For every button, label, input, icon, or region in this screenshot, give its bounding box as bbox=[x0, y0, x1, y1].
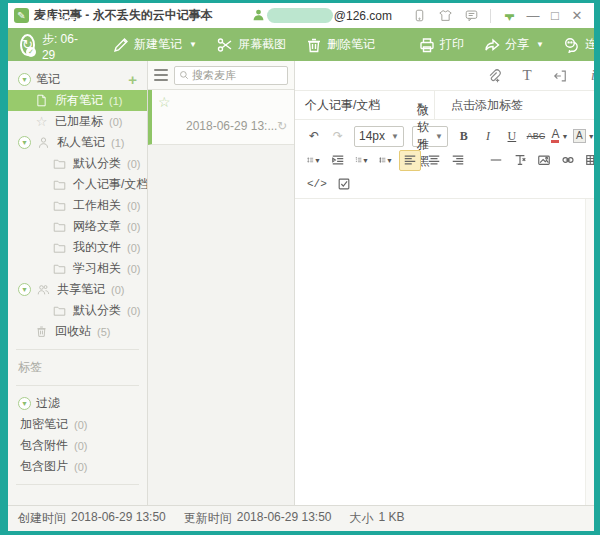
printer-icon bbox=[419, 37, 435, 53]
editor-scrollbar[interactable] bbox=[585, 199, 594, 505]
sidebar-item-recycle-bin[interactable]: 回收站(5) bbox=[8, 321, 147, 342]
share-button[interactable]: 分享▼ bbox=[474, 28, 554, 61]
sidebar-item-all-notes[interactable]: 所有笔记(1) bbox=[8, 90, 147, 111]
filter-with-attachments[interactable]: 包含附件(0) bbox=[8, 435, 147, 456]
sidebar-folder-personal-docs[interactable]: 个人记事/文档(1) bbox=[8, 174, 147, 195]
sidebar-folder-default-2[interactable]: 默认分类(0) bbox=[8, 300, 147, 321]
feedback-icon[interactable] bbox=[463, 8, 479, 24]
indent-button[interactable] bbox=[327, 150, 349, 171]
title-bar: ✎ 麦库记事 - 永不丢失的云中记事本 @126.com ▬▾ — □ ✕ bbox=[8, 3, 594, 28]
sidebar-item-shared-notes[interactable]: ▼ 共享笔记(0) bbox=[8, 279, 147, 300]
note-star-icon[interactable]: ☆ bbox=[158, 94, 171, 110]
bold-button[interactable]: B bbox=[453, 126, 475, 147]
undo-button[interactable]: ↶ bbox=[303, 126, 325, 147]
main-toolbar: ↻✓ 最后同步: 06-29 13:43 新建笔记▼ 屏幕截图 删除笔记 打印 … bbox=[8, 28, 594, 61]
underline-button[interactable]: U bbox=[501, 126, 523, 147]
new-note-icon bbox=[113, 37, 129, 53]
list-view-icon[interactable] bbox=[154, 69, 168, 81]
document-icon bbox=[34, 93, 49, 108]
note-title-input[interactable] bbox=[305, 68, 486, 84]
wechat-connect-button[interactable]: 连接微信 ⌄⌄ bbox=[554, 28, 600, 61]
filter-encrypted-notes[interactable]: 加密笔记(0) bbox=[8, 414, 147, 435]
italic-button[interactable]: I bbox=[477, 126, 499, 147]
collapse-icon[interactable]: ▼ bbox=[18, 283, 31, 296]
notes-header-label: 笔记 bbox=[36, 71, 60, 88]
folder-icon bbox=[52, 156, 67, 171]
minimize-button[interactable]: — bbox=[522, 7, 544, 25]
sidebar: ▼ 笔记 + 所有笔记(1) ☆ 已加星标(0) ▼ 私人笔记(1) 默认分类(… bbox=[8, 61, 148, 505]
sidebar-section-notes[interactable]: ▼ 笔记 + bbox=[8, 69, 147, 90]
delete-note-button[interactable]: 删除笔记 bbox=[296, 28, 385, 61]
clear-format-button[interactable] bbox=[509, 150, 531, 171]
close-button[interactable]: ✕ bbox=[566, 7, 588, 25]
maximize-button[interactable]: □ bbox=[544, 7, 566, 25]
collapse-icon[interactable]: ▼ bbox=[18, 397, 31, 410]
note-info-icon[interactable]: i bbox=[585, 68, 600, 84]
sidebar-item-starred[interactable]: ☆ 已加星标(0) bbox=[8, 111, 147, 132]
add-notebook-button[interactable]: + bbox=[128, 71, 137, 88]
insert-link-button[interactable] bbox=[557, 150, 579, 171]
tags-header-label: 标签 bbox=[18, 359, 42, 376]
filter-header-label: 过滤 bbox=[36, 395, 60, 412]
attach-file-icon[interactable] bbox=[486, 68, 502, 84]
note-sync-icon: ↻ bbox=[277, 119, 287, 133]
star-icon: ☆ bbox=[34, 114, 49, 129]
note-title: 2018-06-29 13:... bbox=[186, 119, 277, 133]
print-button[interactable]: 打印 bbox=[409, 28, 474, 61]
align-left-button[interactable] bbox=[399, 150, 421, 171]
folder-icon bbox=[52, 177, 67, 192]
strikethrough-button[interactable]: ABC bbox=[525, 126, 547, 147]
sidebar-section-filter[interactable]: ▼ 过滤 bbox=[8, 393, 147, 414]
note-editor: T i 个人记事/文档 ▼ 点击添加标签 ↶ ↷ 14px▼ 微软雅黑▼ bbox=[295, 61, 594, 505]
align-center-button[interactable] bbox=[423, 150, 445, 171]
skin-theme-icon[interactable] bbox=[437, 8, 453, 24]
search-box[interactable] bbox=[174, 66, 288, 85]
text-format-icon[interactable]: T bbox=[519, 68, 535, 84]
highlight-color-button[interactable]: A▼ bbox=[573, 126, 595, 147]
category-value: 个人记事/文档 bbox=[305, 97, 380, 114]
search-input[interactable] bbox=[192, 69, 283, 81]
filter-with-images[interactable]: 包含图片(0) bbox=[8, 456, 147, 477]
sidebar-folder-my-files[interactable]: 我的文件(0) bbox=[8, 237, 147, 258]
sidebar-folder-work[interactable]: 工作相关(0) bbox=[8, 195, 147, 216]
redo-button[interactable]: ↷ bbox=[327, 126, 349, 147]
new-note-button[interactable]: 新建笔记▼ bbox=[103, 28, 207, 61]
user-email[interactable]: @126.com bbox=[334, 9, 392, 23]
mobile-app-icon[interactable] bbox=[411, 8, 427, 24]
sidebar-section-tags[interactable]: 标签 bbox=[8, 357, 147, 378]
insert-table-button[interactable] bbox=[581, 150, 600, 171]
ordered-list-button[interactable]: ▼ bbox=[351, 150, 373, 171]
sync-icon: ↻✓ bbox=[20, 34, 35, 56]
folder-icon bbox=[52, 240, 67, 255]
category-dropdown[interactable]: 个人记事/文档 ▼ bbox=[295, 91, 435, 119]
insert-image-button[interactable] bbox=[533, 150, 555, 171]
code-block-button[interactable]: </> bbox=[303, 174, 331, 195]
line-height-button[interactable]: ▼ bbox=[303, 150, 325, 171]
created-time: 创建时间2018-06-29 13:50 bbox=[18, 510, 166, 527]
main-menu-icon[interactable]: ▬▾ bbox=[505, 12, 514, 20]
collapse-icon[interactable]: ▼ bbox=[18, 136, 31, 149]
horizontal-rule-button[interactable] bbox=[485, 150, 507, 171]
todo-checkbox-button[interactable] bbox=[333, 174, 355, 195]
pop-out-icon[interactable] bbox=[552, 68, 568, 84]
collapse-icon[interactable]: ▼ bbox=[18, 73, 31, 86]
updated-time: 更新时间2018-06-29 13:50 bbox=[184, 510, 332, 527]
add-tag-field[interactable]: 点击添加标签 bbox=[435, 97, 539, 114]
note-size: 大小1 KB bbox=[350, 510, 405, 527]
align-right-button[interactable] bbox=[447, 150, 469, 171]
sidebar-folder-web-articles[interactable]: 网络文章(0) bbox=[8, 216, 147, 237]
note-list-item-selected[interactable]: ☆ 2018-06-29 13:... ↻ bbox=[148, 90, 294, 145]
note-content-area[interactable] bbox=[295, 199, 594, 505]
font-family-select[interactable]: 微软雅黑▼ bbox=[412, 126, 448, 147]
screenshot-button[interactable]: 屏幕截图 bbox=[207, 28, 296, 61]
sidebar-folder-study[interactable]: 学习相关(0) bbox=[8, 258, 147, 279]
status-bar: 创建时间2018-06-29 13:50 更新时间2018-06-29 13:5… bbox=[8, 505, 594, 531]
font-color-button[interactable]: A▼ bbox=[549, 126, 571, 147]
bullet-list-button[interactable]: ▼ bbox=[375, 150, 397, 171]
sidebar-folder-default-1[interactable]: 默认分类(0) bbox=[8, 153, 147, 174]
note-meta-row: 个人记事/文档 ▼ 点击添加标签 bbox=[295, 91, 594, 120]
font-size-select[interactable]: 14px▼ bbox=[354, 126, 404, 147]
people-icon bbox=[36, 282, 51, 297]
sidebar-item-private-notes[interactable]: ▼ 私人笔记(1) bbox=[8, 132, 147, 153]
note-title-row: T i bbox=[295, 61, 594, 91]
